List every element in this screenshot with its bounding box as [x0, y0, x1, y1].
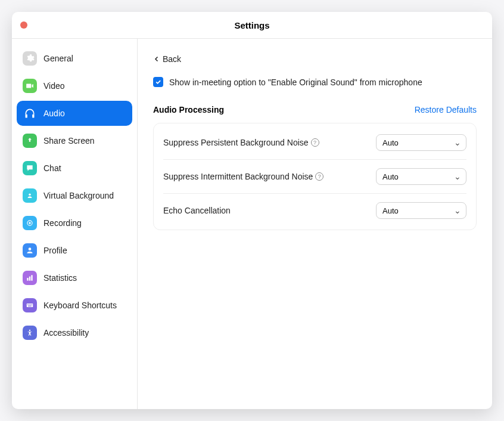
- sidebar-item-statistics[interactable]: Statistics: [17, 265, 132, 290]
- suppress-intermittent-select[interactable]: Auto ⌄: [376, 168, 466, 185]
- sidebar-item-label: Audio: [43, 109, 65, 118]
- keyboard-icon: [23, 298, 37, 312]
- row-label: Echo Cancellation: [163, 206, 231, 215]
- svg-rect-13: [30, 304, 31, 305]
- original-sound-checkbox-row: Show in-meeting option to "Enable Origin…: [153, 77, 477, 87]
- section-title: Audio Processing: [153, 105, 224, 114]
- svg-point-2: [29, 194, 31, 196]
- svg-point-4: [29, 222, 31, 224]
- svg-rect-11: [29, 304, 29, 305]
- sidebar: General Video Audio Share Screen: [12, 39, 138, 409]
- sidebar-item-label: General: [43, 54, 73, 63]
- sidebar-item-recording[interactable]: Recording: [17, 210, 132, 236]
- profile-icon: [23, 243, 37, 258]
- restore-defaults-link[interactable]: Restore Defaults: [415, 105, 477, 114]
- row-label: Suppress Persistent Background Noise ?: [163, 138, 319, 147]
- video-icon: [23, 79, 37, 93]
- sidebar-item-keyboard-shortcuts[interactable]: Keyboard Shortcuts: [17, 293, 132, 318]
- sidebar-item-label: Accessibility: [43, 328, 89, 338]
- virtual-background-icon: [23, 188, 37, 203]
- share-screen-icon: [23, 134, 37, 148]
- chevron-down-icon: ⌄: [454, 206, 461, 215]
- help-icon[interactable]: ?: [315, 172, 323, 181]
- suppress-persistent-select[interactable]: Auto ⌄: [376, 134, 466, 151]
- echo-cancellation-select[interactable]: Auto ⌄: [376, 202, 466, 219]
- svg-point-16: [29, 330, 30, 331]
- svg-rect-9: [27, 304, 33, 307]
- sidebar-item-label: Virtual Background: [43, 191, 114, 200]
- check-icon: [155, 79, 161, 85]
- chat-icon: [23, 161, 37, 175]
- sidebar-item-virtual-background[interactable]: Virtual Background: [17, 183, 132, 208]
- help-icon[interactable]: ?: [311, 138, 319, 147]
- original-sound-checkbox[interactable]: [153, 77, 163, 87]
- sidebar-item-profile[interactable]: Profile: [17, 238, 132, 263]
- chevron-left-icon: [153, 55, 160, 63]
- sidebar-item-label: Statistics: [43, 273, 77, 283]
- svg-rect-14: [32, 304, 32, 305]
- audio-processing-header: Audio Processing Restore Defaults: [153, 105, 477, 114]
- statistics-icon: [23, 271, 37, 285]
- svg-rect-7: [29, 277, 30, 281]
- sidebar-item-label: Recording: [43, 218, 82, 228]
- accessibility-icon: [23, 326, 37, 340]
- svg-rect-0: [26, 114, 27, 118]
- titlebar: Settings: [12, 12, 492, 39]
- svg-rect-12: [29, 304, 30, 305]
- sidebar-item-label: Profile: [43, 246, 67, 255]
- sidebar-item-label: Keyboard Shortcuts: [43, 301, 117, 310]
- chevron-down-icon: ⌄: [454, 138, 461, 147]
- select-value: Auto: [382, 172, 399, 181]
- sidebar-item-video[interactable]: Video: [17, 73, 132, 98]
- svg-point-5: [29, 247, 32, 250]
- chevron-down-icon: ⌄: [454, 172, 461, 181]
- audio-processing-card: Suppress Persistent Background Noise ? A…: [153, 123, 477, 230]
- sidebar-item-accessibility[interactable]: Accessibility: [17, 320, 132, 345]
- window-title: Settings: [12, 20, 492, 30]
- sidebar-item-label: Video: [43, 81, 65, 91]
- row-label: Suppress Intermittent Background Noise ?: [163, 172, 323, 181]
- svg-rect-8: [31, 275, 32, 280]
- close-window-button[interactable]: [20, 21, 27, 29]
- suppress-intermittent-row: Suppress Intermittent Background Noise ?…: [163, 160, 466, 194]
- sidebar-item-audio[interactable]: Audio: [17, 101, 132, 126]
- echo-cancellation-row: Echo Cancellation Auto ⌄: [163, 194, 466, 227]
- sidebar-item-general[interactable]: General: [17, 46, 132, 71]
- svg-rect-10: [27, 304, 28, 305]
- svg-rect-6: [27, 278, 28, 281]
- headphones-icon: [23, 106, 37, 120]
- sidebar-item-share-screen[interactable]: Share Screen: [17, 128, 132, 153]
- gear-icon: [23, 51, 37, 66]
- sidebar-item-label: Share Screen: [43, 136, 95, 146]
- back-label: Back: [163, 54, 181, 64]
- sidebar-item-label: Chat: [43, 163, 61, 173]
- main-content: Back Show in-meeting option to "Enable O…: [138, 39, 492, 409]
- suppress-persistent-row: Suppress Persistent Background Noise ? A…: [163, 126, 466, 160]
- svg-rect-15: [28, 306, 32, 307]
- body: General Video Audio Share Screen: [12, 39, 492, 409]
- settings-window: Settings General Video Audio: [12, 12, 492, 409]
- svg-rect-1: [32, 114, 34, 118]
- sidebar-item-chat[interactable]: Chat: [17, 156, 132, 181]
- original-sound-label: Show in-meeting option to "Enable Origin…: [169, 78, 422, 87]
- select-value: Auto: [382, 138, 399, 147]
- recording-icon: [23, 216, 37, 230]
- back-button[interactable]: Back: [153, 54, 181, 64]
- select-value: Auto: [382, 206, 399, 215]
